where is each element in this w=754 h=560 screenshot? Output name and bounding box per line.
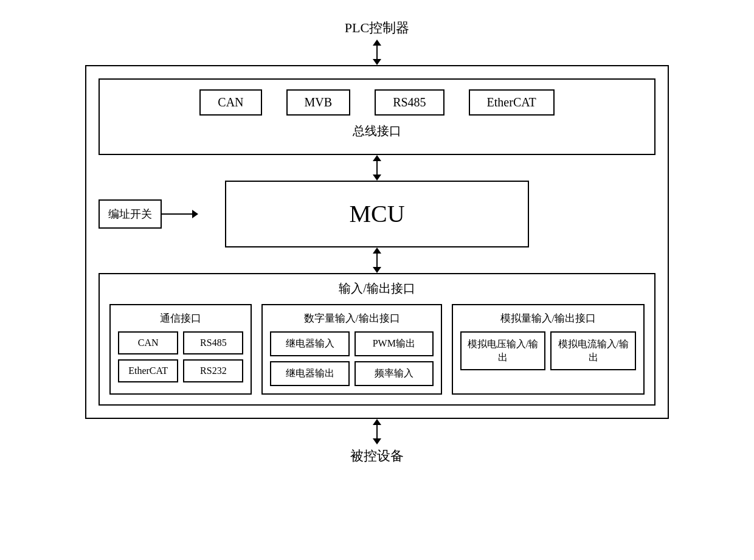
bus-item-rs485: RS485 <box>375 89 444 116</box>
bus-item-mvb: MVB <box>286 89 351 116</box>
analog-section: 模拟量输入/输出接口 模拟电压输入/输出 模拟电流输入/输出 <box>452 304 645 395</box>
digital-item-pwm-out: PWM输出 <box>355 331 434 356</box>
digital-item-relay-out: 继电器输出 <box>270 361 349 386</box>
arrow-right-head <box>192 210 198 218</box>
plc-label: PLC控制器 <box>345 19 409 37</box>
device-label: 被控设备 <box>350 447 404 465</box>
device-arrow <box>373 419 381 444</box>
digital-item-freq-in: 频率输入 <box>355 361 434 386</box>
comm-section-label: 通信接口 <box>160 311 201 325</box>
comm-item-rs232: RS232 <box>183 359 243 382</box>
arrow-down-plc <box>373 59 381 65</box>
arrow-line-plc <box>376 46 378 59</box>
digital-section: 数字量输入/输出接口 继电器输入 PWM输出 继电器输出 频率输入 <box>261 304 441 395</box>
io-label: 输入/输出接口 <box>339 280 415 297</box>
diagram-wrapper: PLC控制器 CAN MVB RS485 EtherCAT <box>43 19 711 542</box>
bus-item-ethercat: EtherCAT <box>469 89 555 116</box>
bus-mcu-arrow <box>373 155 381 181</box>
bus-item-can: CAN <box>199 89 261 116</box>
bus-label: 总线接口 <box>353 123 401 139</box>
bus-items: CAN MVB RS485 EtherCAT <box>199 89 554 116</box>
io-outer-box: 输入/输出接口 通信接口 CAN RS485 EtherCAT <box>99 273 655 406</box>
mcu-row: 编址开关 MCU <box>99 181 655 247</box>
comm-item-can: CAN <box>118 331 178 354</box>
arrow-down-device <box>373 438 381 444</box>
arrow-line-device <box>376 425 378 438</box>
comm-item-rs485: RS485 <box>183 331 243 354</box>
arrow-right-line <box>162 213 192 215</box>
arrow-down-mcu-io <box>373 267 381 273</box>
arrow-down-bus-mcu <box>373 175 381 181</box>
arrow-line-mcu-io <box>376 254 378 267</box>
analog-item-voltage: 模拟电压输入/输出 <box>460 331 546 371</box>
comm-item-ethercat: EtherCAT <box>118 359 178 382</box>
addr-arrow-right <box>162 210 198 218</box>
analog-section-label: 模拟量输入/输出接口 <box>500 311 597 325</box>
arrow-up-mcu-io <box>373 247 381 254</box>
digital-item-relay-in: 继电器输入 <box>270 331 349 356</box>
main-outer-box: CAN MVB RS485 EtherCAT 总线接口 <box>85 65 669 419</box>
analog-grid: 模拟电压输入/输出 模拟电流输入/输出 <box>460 331 636 371</box>
comm-section: 通信接口 CAN RS485 EtherCAT RS232 <box>109 304 252 395</box>
arrow-up-device <box>373 419 381 425</box>
arrow-up-plc <box>373 40 381 46</box>
mcu-io-arrow <box>373 247 381 273</box>
digital-grid: 继电器输入 PWM输出 继电器输出 频率输入 <box>270 331 433 386</box>
arrow-line-bus-mcu <box>376 161 378 175</box>
arrow-up-bus-mcu <box>373 155 381 161</box>
addr-switch-box: 编址开关 <box>99 199 162 229</box>
bus-box: CAN MVB RS485 EtherCAT 总线接口 <box>99 78 655 155</box>
plc-arrow <box>373 40 381 65</box>
digital-section-label: 数字量输入/输出接口 <box>304 311 400 325</box>
addr-switch-group: 编址开关 <box>99 199 198 229</box>
io-sections: 通信接口 CAN RS485 EtherCAT RS232 <box>109 304 645 395</box>
mcu-box: MCU <box>225 181 529 247</box>
analog-item-current: 模拟电流输入/输出 <box>550 331 636 371</box>
comm-grid: CAN RS485 EtherCAT RS232 <box>118 331 243 382</box>
